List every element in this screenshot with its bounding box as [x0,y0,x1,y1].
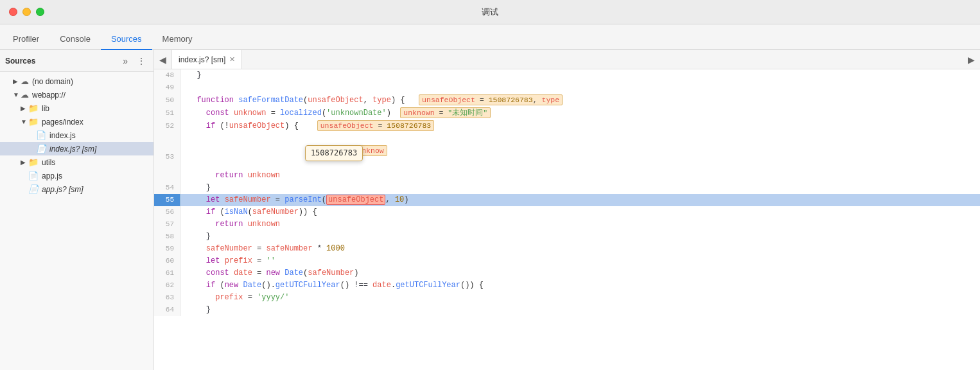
folder-icon: 📁 [28,103,39,113]
code-line-60: 60 let prefix = '' [154,255,980,267]
code-line-54: 54 } [154,182,980,194]
tree-item-label: lib [42,104,49,113]
code-line-52: 52 if (!unsafeObject) { unsafeObject = 1… [154,119,980,132]
sidebar-title: Sources [5,57,120,66]
main-layout: Sources » ⋮ ▶ ☁ (no domain) ▼ ☁ webapp:/… [0,50,980,370]
arrow-icon: ▼ [21,118,28,125]
line-content: let safeNumber = parseInt(unsafeObject, … [181,194,980,206]
code-tabs-bar: ◀ index.js? [sm] ✕ ▶ [154,50,980,69]
code-line-63: 63 prefix = 'yyyy/' [154,292,980,304]
tree-item-label: index.js? [sm] [49,145,96,154]
line-number: 63 [154,292,181,304]
line-number: 51 [154,107,181,119]
code-line-56: 56 if (isNaN(safeNumber)) { [154,206,980,218]
close-button[interactable] [9,8,17,16]
code-line-55: 55 let safeNumber = parseInt(unsafeObjec… [154,194,980,206]
close-tab-button[interactable]: ✕ [229,55,235,64]
tab-console[interactable]: Console [49,29,101,50]
value-tooltip-bubble: 1508726783 [305,145,363,161]
tree-item-pages-index[interactable]: ▼ 📁 pages/index [0,115,153,128]
line-content: } [181,69,980,82]
line-content: const unknown = localized('unknownDate')… [181,107,980,119]
line-content [181,82,980,94]
tab-sources[interactable]: Sources [101,29,152,50]
line-number: 55 [154,194,181,206]
main-tabbar: Profiler Console Sources Memory [0,24,980,50]
line-number: 58 [154,231,181,243]
code-lines: 48 } 49 50 function safeFormatDate(unsaf… [154,69,980,316]
line-content: } [181,231,980,243]
code-line-59: 59 safeNumber = safeNumber * 1000 [154,243,980,255]
collapse-sidebar-button[interactable]: ◀ [154,50,172,69]
code-editor[interactable]: 48 } 49 50 function safeFormatDate(unsaf… [154,69,980,370]
sidebar-header: Sources » ⋮ [0,50,153,72]
window-title: 调试 [482,6,498,18]
line-content: if (isNaN(safeNumber)) { [181,206,980,218]
line-number: 62 [154,279,181,292]
code-line-57: 57 return unknown [154,218,980,231]
line-content: return unknown unknow 1508726783 [181,132,980,182]
code-tab-index-js-sm[interactable]: index.js? [sm] ✕ [172,50,242,69]
tree-item-label: (no domain) [32,77,73,86]
tree-item-label: webapp:// [32,91,66,100]
code-line-51: 51 const unknown = localized('unknownDat… [154,107,980,119]
line-content: } [181,304,980,316]
more-options-icon[interactable]: ⋮ [134,55,148,67]
line-number: 50 [154,94,181,107]
sidebar-icons: » ⋮ [120,55,148,67]
line-content: safeNumber = safeNumber * 1000 [181,243,980,255]
line-number: 57 [154,218,181,231]
line-number: 64 [154,304,181,316]
folder-icon: 📁 [28,157,39,167]
window-controls[interactable] [9,8,44,16]
tree-item-lib[interactable]: ▶ 📁 lib [0,101,153,115]
arrow-icon: ▶ [21,159,28,166]
code-line-64: 64 } [154,304,980,316]
code-line-50: 50 function safeFormatDate(unsafeObject,… [154,94,980,107]
code-panel: ◀ index.js? [sm] ✕ ▶ 48 } 49 [154,50,980,370]
tree-item-index-js-sm[interactable]: ▶ 📄 index.js? [sm] [0,142,153,155]
line-content: prefix = 'yyyy/' [181,292,980,304]
chevron-right-icon[interactable]: » [120,55,130,67]
minimize-button[interactable] [22,8,31,16]
cloud-icon: ☁ [21,90,29,100]
cloud-icon: ☁ [21,76,29,86]
js-sm-file-icon: 📄 [28,184,39,194]
tree-item-label: utils [42,158,55,167]
tree-item-no-domain[interactable]: ▶ ☁ (no domain) [0,75,153,88]
code-line-53: 53 return unknown unknow 1508726783 [154,132,980,182]
line-content: if (new Date().getUTCFullYear() !== date… [181,279,980,292]
arrow-icon: ▼ [13,91,21,98]
line-number: 60 [154,255,181,267]
code-line-62: 62 if (new Date().getUTCFullYear() !== d… [154,279,980,292]
tree-item-app-js[interactable]: ▶ 📄 app.js [0,169,153,182]
tab-profiler[interactable]: Profiler [3,29,49,50]
file-tree: ▶ ☁ (no domain) ▼ ☁ webapp:// ▶ 📁 lib ▼ … [0,72,153,370]
line-number: 56 [154,206,181,218]
arrow-icon: ▶ [13,78,21,85]
code-line-49: 49 [154,82,980,94]
line-content: if (!unsafeObject) { unsafeObject = 1508… [181,119,980,132]
line-number: 49 [154,82,181,94]
tree-item-label: app.js [42,172,62,181]
tab-memory[interactable]: Memory [152,29,203,50]
maximize-button[interactable] [36,8,44,16]
line-number: 48 [154,69,181,82]
tree-item-utils[interactable]: ▶ 📁 utils [0,155,153,169]
line-content: const date = new Date(safeNumber) [181,267,980,279]
line-content: } [181,182,980,194]
line-number: 59 [154,243,181,255]
js-file-icon: 📄 [28,171,39,181]
folder-icon: 📁 [28,117,39,127]
line-number: 61 [154,267,181,279]
tree-item-index-js[interactable]: ▶ 📄 index.js [0,128,153,142]
tree-item-app-js-sm[interactable]: ▶ 📄 app.js? [sm] [0,182,153,196]
code-line-48: 48 } [154,69,980,82]
code-line-61: 61 const date = new Date(safeNumber) [154,267,980,279]
line-number: 52 [154,119,181,132]
tree-item-webapp[interactable]: ▼ ☁ webapp:// [0,88,153,101]
line-number: 54 [154,182,181,194]
titlebar: 调试 [0,0,980,24]
line-content: return unknown [181,218,980,231]
expand-panel-button[interactable]: ▶ [963,50,980,69]
